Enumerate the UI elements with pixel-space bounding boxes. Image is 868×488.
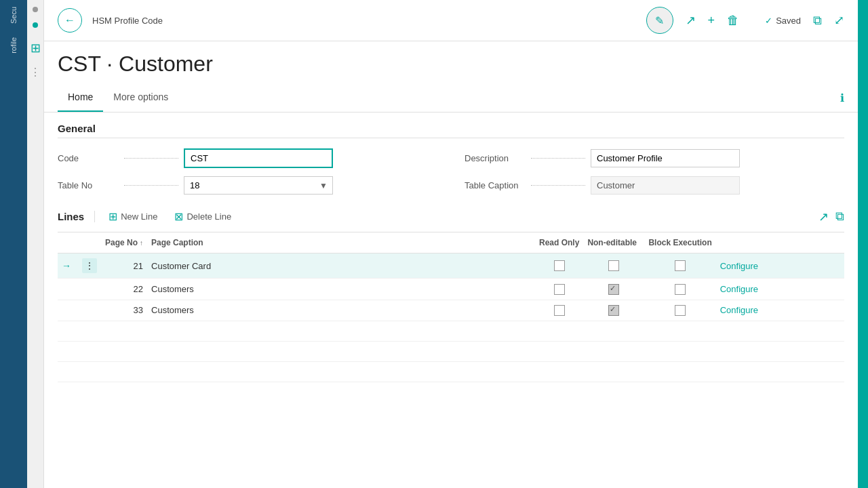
readonly-checkbox[interactable] bbox=[554, 284, 565, 295]
th-pageno[interactable]: Page No ↑ bbox=[101, 232, 147, 253]
empty-cell bbox=[147, 321, 535, 342]
row-extra bbox=[784, 300, 844, 321]
code-input[interactable] bbox=[184, 148, 333, 168]
th-readonly: Read Only bbox=[535, 232, 583, 253]
empty-cell bbox=[644, 342, 715, 362]
empty-cell bbox=[644, 362, 715, 382]
blockexecution-checkbox[interactable] bbox=[675, 260, 686, 271]
row-arrow bbox=[58, 300, 78, 321]
page-header-title: HSM Profile Code bbox=[92, 16, 636, 26]
empty-cell bbox=[101, 362, 147, 382]
code-field-row: Code bbox=[58, 148, 437, 168]
sidebar-label-secu: Secu bbox=[9, 7, 18, 24]
row-context-menu[interactable]: ⋮ bbox=[78, 253, 101, 279]
code-label: Code bbox=[58, 153, 119, 163]
row-blockexecution[interactable] bbox=[644, 279, 715, 300]
info-icon[interactable]: ℹ bbox=[840, 92, 844, 104]
th-noneditable[interactable]: Non-editable bbox=[583, 232, 644, 253]
row-readonly[interactable] bbox=[535, 279, 583, 300]
tablecaption-label: Table Caption bbox=[465, 180, 526, 190]
empty-cell bbox=[147, 342, 535, 362]
blockexecution-checkbox[interactable] bbox=[675, 305, 686, 316]
tableno-select-wrap: 18 ▼ bbox=[184, 176, 333, 195]
row-arrow: → bbox=[58, 253, 78, 279]
configure-link[interactable]: Configure bbox=[720, 305, 758, 315]
row-configure[interactable]: Configure bbox=[716, 300, 784, 321]
table-row-empty bbox=[58, 362, 844, 382]
sidebar-label-rofile: rofile bbox=[9, 37, 18, 54]
th-arrow bbox=[58, 232, 78, 253]
nav-icon-grid[interactable]: ⊞ bbox=[31, 41, 41, 56]
row-pageno: 22 bbox=[101, 279, 147, 300]
empty-cell bbox=[78, 342, 101, 362]
lines-open-button[interactable]: ⧉ bbox=[835, 209, 844, 224]
noneditable-checkbox[interactable] bbox=[608, 284, 619, 295]
tableno-label: Table No bbox=[58, 180, 119, 190]
record-title: CST · Customer bbox=[44, 41, 858, 80]
blockexecution-checkbox[interactable] bbox=[675, 284, 686, 295]
row-readonly[interactable] bbox=[535, 300, 583, 321]
configure-link[interactable]: Configure bbox=[720, 284, 758, 294]
back-icon: ← bbox=[64, 14, 75, 26]
delete-button[interactable]: 🗑 bbox=[727, 14, 739, 28]
row-noneditable[interactable] bbox=[583, 300, 644, 321]
row-context-menu[interactable] bbox=[78, 300, 101, 321]
noneditable-checkbox[interactable] bbox=[608, 305, 619, 316]
row-configure[interactable]: Configure bbox=[716, 279, 784, 300]
edit-button[interactable]: ✎ bbox=[646, 7, 673, 34]
tab-more-options[interactable]: More options bbox=[103, 83, 178, 112]
row-extra bbox=[784, 279, 844, 300]
header-actions: ✎ ↗ + 🗑 ✓ Saved ⧉ ⤢ bbox=[646, 7, 844, 34]
lines-section-title: Lines bbox=[58, 211, 95, 222]
empty-cell bbox=[535, 321, 583, 342]
noneditable-checkbox[interactable] bbox=[608, 260, 619, 271]
description-input[interactable] bbox=[591, 149, 740, 167]
empty-cell bbox=[58, 342, 78, 362]
empty-cell bbox=[147, 362, 535, 382]
add-button[interactable]: + bbox=[708, 14, 715, 28]
row-blockexecution[interactable] bbox=[644, 253, 715, 279]
th-extra bbox=[784, 232, 844, 253]
lines-share-button[interactable]: ↗ bbox=[818, 209, 829, 224]
page-header: ← HSM Profile Code ✎ ↗ + 🗑 ✓ Saved ⧉ ⤢ bbox=[44, 0, 858, 41]
empty-cell bbox=[535, 342, 583, 362]
saved-indicator: ✓ Saved bbox=[765, 16, 801, 26]
row-blockexecution[interactable] bbox=[644, 300, 715, 321]
row-context-menu[interactable] bbox=[78, 279, 101, 300]
share-button[interactable]: ↗ bbox=[686, 13, 696, 28]
readonly-checkbox[interactable] bbox=[554, 305, 565, 316]
code-dots bbox=[124, 158, 178, 159]
dots-button[interactable]: ⋮ bbox=[82, 258, 97, 273]
body-area: General Code Description Table No bbox=[44, 113, 858, 488]
nav-icon-dots[interactable]: ⋮ bbox=[30, 66, 41, 79]
row-readonly[interactable] bbox=[535, 253, 583, 279]
th-configure bbox=[716, 232, 784, 253]
description-label: Description bbox=[465, 153, 526, 163]
row-noneditable[interactable] bbox=[583, 279, 644, 300]
expand-button[interactable]: ⤢ bbox=[834, 13, 844, 28]
tabs-bar: Home More options ℹ bbox=[44, 83, 858, 113]
tableno-select[interactable]: 18 bbox=[184, 176, 333, 195]
tab-home[interactable]: Home bbox=[58, 83, 103, 112]
configure-link[interactable]: Configure bbox=[720, 261, 758, 271]
check-icon: ✓ bbox=[765, 16, 772, 26]
open-button[interactable]: ⧉ bbox=[813, 14, 822, 28]
back-button[interactable]: ← bbox=[58, 8, 82, 33]
empty-cell bbox=[716, 321, 784, 342]
th-pagecaption[interactable]: Page Caption bbox=[147, 232, 535, 253]
new-line-button[interactable]: ⊞ New Line bbox=[105, 208, 161, 225]
mini-sidebar: ⊞ ⋮ bbox=[27, 0, 44, 488]
general-form: Code Description Table No 18 bbox=[58, 148, 844, 195]
empty-cell bbox=[58, 362, 78, 382]
readonly-checkbox[interactable] bbox=[554, 260, 565, 271]
delete-line-button[interactable]: ⊠ Delete Line bbox=[171, 208, 235, 225]
left-sidebar: Secu rofile bbox=[0, 0, 27, 488]
row-noneditable[interactable] bbox=[583, 253, 644, 279]
nav-dot-2[interactable] bbox=[33, 22, 38, 28]
row-configure[interactable]: Configure bbox=[716, 253, 784, 279]
lines-header: Lines ⊞ New Line ⊠ Delete Line ↗ ⧉ bbox=[58, 208, 844, 232]
nav-dot-1[interactable] bbox=[33, 7, 38, 12]
tablecaption-field-row: Table Caption bbox=[465, 176, 844, 195]
empty-cell bbox=[583, 321, 644, 342]
empty-cell bbox=[716, 362, 784, 382]
